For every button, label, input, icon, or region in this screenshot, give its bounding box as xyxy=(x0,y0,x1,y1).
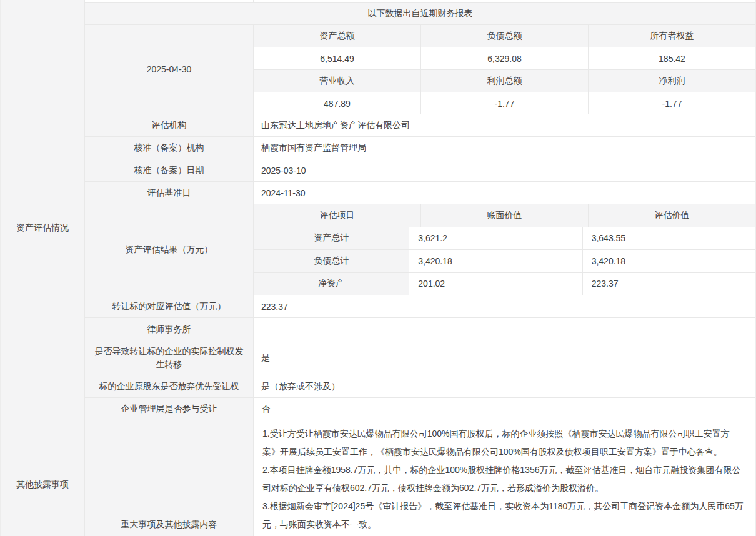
section-financials: 以下数据出自近期财务报表 2025-04-30 资产总额 负债总额 所有者权益 … xyxy=(1,0,755,114)
value-total-assets: 6,514.49 xyxy=(254,47,420,69)
label-evaluation-result: 资产评估结果（万元） xyxy=(85,204,254,295)
col-header-evaluation-item: 评估项目 xyxy=(254,204,420,227)
appraised-value-total-assets: 3,643.55 xyxy=(582,227,755,250)
financial-value-row-1: 6,514.49 6,329.08 185.42 xyxy=(254,47,755,70)
financial-header-row-1: 资产总额 负债总额 所有者权益 xyxy=(254,25,755,47)
clipped-row-value-cell xyxy=(254,0,755,2)
value-waive-preemptive-right: 是（放弃或不涉及） xyxy=(254,375,755,397)
evaluation-row-total-assets: 资产总计 3,621.2 3,643.55 xyxy=(254,227,755,251)
col-header-total-liabilities: 负债总额 xyxy=(420,25,588,47)
financial-caption-row: 以下数据出自近期财务报表 xyxy=(85,3,755,25)
disclosure-paragraph-3: 3.根据烟新会审字[2024]25号《审计报告》，截至评估基准日，实收资本为11… xyxy=(262,497,747,534)
value-net-profit: -1.77 xyxy=(588,92,755,114)
item-net-assets: 净资产 xyxy=(254,273,409,295)
value-management-participation: 否 xyxy=(254,398,755,420)
value-target-appraised-value: 223.37 xyxy=(254,295,755,317)
label-evaluation-base-date: 评估基准日 xyxy=(85,182,254,204)
value-approval-date: 2025-03-10 xyxy=(254,159,755,181)
label-control-transfer: 是否导致转让标的企业的实际控制权发生转移 xyxy=(85,340,254,375)
value-law-firm xyxy=(254,318,755,340)
col-header-net-profit: 净利润 xyxy=(588,70,755,92)
financial-report-date: 2025-04-30 xyxy=(85,25,254,114)
col-header-operating-revenue: 营业收入 xyxy=(254,70,420,92)
col-header-total-profit: 利润总额 xyxy=(420,70,588,92)
section-other-disclosure: 其他披露事项 是否导致转让标的企业的实际控制权发生转移 是 标的企业原股东是否放… xyxy=(1,340,755,536)
disclosure-paragraph-4: 4.其他重大事项详见烟新会审字[2024]25号《审计报告》及鲁冠评报字[202… xyxy=(262,534,747,536)
label-approval-agency: 核准（备案）机构 xyxy=(85,137,254,159)
section-label-financials-empty xyxy=(1,0,85,114)
col-header-book-value: 账面价值 xyxy=(420,204,588,227)
label-management-participation: 企业管理层是否参与受让 xyxy=(85,398,254,420)
section-label-evaluation: 资产评估情况 xyxy=(1,114,85,340)
financial-caption-text: 以下数据出自近期财务报表 xyxy=(368,8,473,19)
evaluation-row-net-assets: 净资产 201.02 223.37 xyxy=(254,273,755,295)
label-target-appraised-value: 转让标的对应评估值（万元） xyxy=(85,295,254,317)
value-owners-equity: 185.42 xyxy=(588,47,755,69)
evaluation-result-table: 评估项目 账面价值 评估价值 资产总计 3,621.2 3,643.55 负债总… xyxy=(254,204,755,295)
appraised-value-total-liabilities: 3,420.18 xyxy=(582,250,755,272)
evaluation-result-header-row: 评估项目 账面价值 评估价值 xyxy=(254,204,755,227)
major-disclosure-content: 1.受让方受让栖霞市安达民爆物品有限公司100%国有股权后，标的企业须按照《栖霞… xyxy=(254,420,755,536)
label-approval-date: 核准（备案）日期 xyxy=(85,159,254,181)
item-total-liabilities: 负债总计 xyxy=(254,250,409,272)
section-evaluation: 资产评估情况 评估机构 山东冠达土地房地产资产评估有限公司 核准（备案）机构 栖… xyxy=(1,114,755,340)
financial-mini-table: 资产总额 负债总额 所有者权益 6,514.49 6,329.08 185.42… xyxy=(254,25,755,114)
book-value-total-assets: 3,621.2 xyxy=(409,227,582,250)
label-evaluation-agency: 评估机构 xyxy=(85,114,254,136)
financial-header-row-2: 营业收入 利润总额 净利润 xyxy=(254,70,755,92)
book-value-net-assets: 201.02 xyxy=(409,273,582,295)
disclosure-paragraph-2: 2.本项目挂牌金额1958.7万元，其中，标的企业100%股权挂牌价格1356万… xyxy=(262,461,747,497)
book-value-total-liabilities: 3,420.18 xyxy=(409,250,582,272)
col-header-appraised-value: 评估价值 xyxy=(588,204,755,227)
col-header-owners-equity: 所有者权益 xyxy=(588,25,755,47)
value-operating-revenue: 487.89 xyxy=(254,92,420,114)
value-evaluation-agency: 山东冠达土地房地产资产评估有限公司 xyxy=(254,114,755,136)
col-header-total-assets: 资产总额 xyxy=(254,25,420,47)
appraised-value-net-assets: 223.37 xyxy=(582,273,755,295)
clipped-row-label-cell xyxy=(85,0,254,2)
evaluation-row-total-liabilities: 负债总计 3,420.18 3,420.18 xyxy=(254,250,755,273)
asset-listing-disclosure-table: 以下数据出自近期财务报表 2025-04-30 资产总额 负债总额 所有者权益 … xyxy=(0,0,756,536)
label-major-disclosure: 重大事项及其他披露内容 xyxy=(85,420,254,536)
label-law-firm: 律师事务所 xyxy=(85,318,254,340)
value-total-profit: -1.77 xyxy=(420,92,588,114)
item-total-assets: 资产总计 xyxy=(254,227,409,250)
value-evaluation-base-date: 2024-11-30 xyxy=(254,182,755,204)
value-approval-agency: 栖霞市国有资产监督管理局 xyxy=(254,137,755,159)
financial-value-row-2: 487.89 -1.77 -1.77 xyxy=(254,92,755,114)
disclosure-paragraph-1: 1.受让方受让栖霞市安达民爆物品有限公司100%国有股权后，标的企业须按照《栖霞… xyxy=(262,425,747,461)
section-label-other-disclosure: 其他披露事项 xyxy=(1,340,85,536)
value-total-liabilities: 6,329.08 xyxy=(420,47,588,69)
label-waive-preemptive-right: 标的企业原股东是否放弃优先受让权 xyxy=(85,375,254,397)
value-control-transfer: 是 xyxy=(254,340,755,375)
